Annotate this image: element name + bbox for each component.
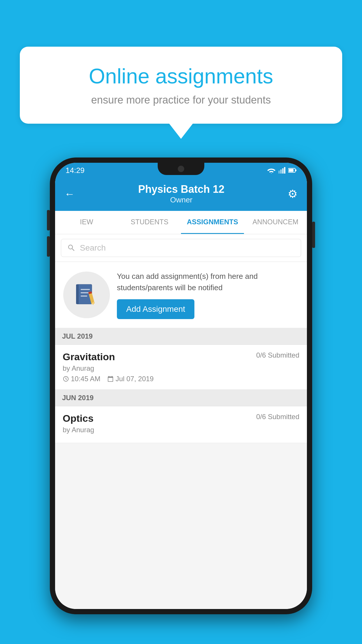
optics-status: 0/6 Submitted bbox=[256, 413, 299, 421]
assignment-status: 0/6 Submitted bbox=[256, 351, 299, 359]
status-icons bbox=[267, 167, 296, 174]
assignment-meta: 10:45 AM Jul 07, 2019 bbox=[63, 375, 299, 383]
header-subtitle: Owner bbox=[138, 195, 224, 204]
search-placeholder: Search bbox=[80, 243, 106, 253]
optics-name: Optics bbox=[63, 413, 94, 424]
svg-rect-1 bbox=[280, 169, 282, 174]
svg-rect-6 bbox=[296, 169, 296, 171]
app-header: ← Physics Batch 12 Owner ⚙ bbox=[55, 178, 307, 211]
time-meta: 10:45 AM bbox=[63, 375, 100, 383]
assignment-item-gravitation[interactable]: Gravitation 0/6 Submitted by Anurag 10:4… bbox=[55, 345, 307, 390]
bubble-title: Online assignments bbox=[40, 64, 322, 88]
assignment-author: by Anurag bbox=[63, 364, 299, 372]
assignment-date: Jul 07, 2019 bbox=[115, 375, 154, 383]
tabs-bar: IEW STUDENTS ASSIGNMENTS ANNOUNCEM bbox=[55, 211, 307, 234]
speech-bubble: Online assignments ensure more practice … bbox=[20, 47, 342, 124]
add-assignment-button[interactable]: Add Assignment bbox=[117, 299, 194, 319]
svg-rect-8 bbox=[76, 284, 79, 304]
svg-rect-5 bbox=[289, 169, 294, 172]
svg-rect-0 bbox=[278, 171, 280, 174]
tab-students[interactable]: STUDENTS bbox=[118, 211, 181, 234]
svg-rect-3 bbox=[284, 167, 286, 174]
svg-rect-9 bbox=[81, 289, 90, 290]
header-title-block: Physics Batch 12 Owner bbox=[138, 183, 224, 204]
wifi-icon bbox=[267, 167, 275, 174]
speech-bubble-container: Online assignments ensure more practice … bbox=[20, 47, 342, 124]
notebook-icon bbox=[73, 282, 100, 308]
volume-down-button bbox=[47, 236, 50, 257]
search-input-wrap[interactable]: Search bbox=[61, 239, 301, 257]
assignment-name: Gravitation bbox=[63, 351, 115, 363]
bubble-subtitle: ensure more practice for your students bbox=[40, 94, 322, 106]
assignment-top: Gravitation 0/6 Submitted bbox=[63, 351, 299, 363]
date-meta: Jul 07, 2019 bbox=[107, 375, 154, 383]
status-time: 14:29 bbox=[66, 166, 85, 175]
assignment-time: 10:45 AM bbox=[71, 375, 100, 383]
tab-iew[interactable]: IEW bbox=[55, 211, 118, 234]
promo-description: You can add assignment(s) from here and … bbox=[117, 271, 299, 293]
tab-announcements[interactable]: ANNOUNCEM bbox=[244, 211, 307, 234]
phone-notch bbox=[158, 163, 204, 175]
phone-mockup: 14:29 bbox=[50, 158, 312, 614]
svg-rect-2 bbox=[282, 168, 284, 174]
phone-camera bbox=[178, 166, 184, 172]
battery-icon bbox=[288, 168, 296, 173]
search-bar: Search bbox=[55, 234, 307, 262]
assignment-item-optics[interactable]: Optics 0/6 Submitted by Anurag bbox=[55, 406, 307, 443]
svg-rect-11 bbox=[81, 295, 87, 296]
calendar-icon bbox=[107, 376, 114, 382]
assignment-top-optics: Optics 0/6 Submitted bbox=[63, 413, 299, 424]
phone-screen: 14:29 bbox=[55, 163, 307, 609]
settings-icon[interactable]: ⚙ bbox=[288, 188, 298, 200]
power-button bbox=[312, 222, 315, 248]
search-icon bbox=[67, 244, 76, 252]
optics-author: by Anurag bbox=[63, 426, 299, 434]
tab-assignments[interactable]: ASSIGNMENTS bbox=[181, 211, 244, 234]
clock-icon bbox=[63, 376, 69, 382]
section-header-jul: JUL 2019 bbox=[55, 328, 307, 345]
promo-card: You can add assignment(s) from here and … bbox=[55, 262, 307, 328]
promo-icon-circle bbox=[63, 272, 110, 318]
signal-icon bbox=[278, 167, 285, 174]
section-header-jun: JUN 2019 bbox=[55, 390, 307, 406]
header-title: Physics Batch 12 bbox=[138, 183, 224, 195]
promo-text-block: You can add assignment(s) from here and … bbox=[117, 271, 299, 319]
back-button[interactable]: ← bbox=[64, 188, 75, 200]
content-area: Search bbox=[55, 234, 307, 609]
volume-up-button bbox=[47, 210, 50, 230]
